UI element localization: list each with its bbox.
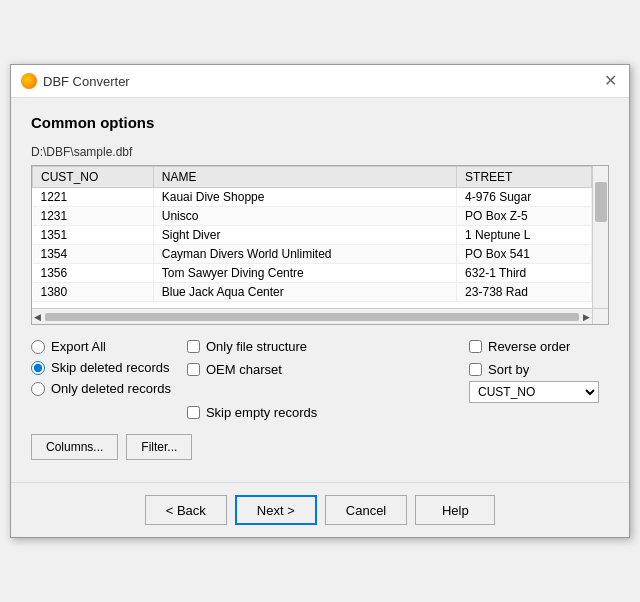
table-cell: 632-1 Third: [457, 264, 592, 283]
table-row: 1380Blue Jack Aqua Center23-738 Rad: [33, 283, 592, 302]
table-row: 1231UniscoPO Box Z-5: [33, 207, 592, 226]
skip-empty-checkbox[interactable]: [187, 406, 200, 419]
table-cell: 1231: [33, 207, 154, 226]
window-title: DBF Converter: [43, 74, 130, 89]
back-button[interactable]: < Back: [145, 495, 227, 525]
table-cell: 1356: [33, 264, 154, 283]
oem-charset-label: OEM charset: [206, 362, 282, 377]
middle-options-group: Only file structure OEM charset Skip emp…: [187, 339, 453, 420]
table-cell: 1351: [33, 226, 154, 245]
only-file-structure-label: Only file structure: [206, 339, 307, 354]
section-title: Common options: [31, 114, 609, 131]
export-all-radio[interactable]: [31, 340, 45, 354]
table-cell: Blue Jack Aqua Center: [153, 283, 456, 302]
export-all-option[interactable]: Export All: [31, 339, 171, 354]
table-row: 1351Sight Diver1 Neptune L: [33, 226, 592, 245]
sort-by-label: Sort by: [488, 362, 529, 377]
action-buttons: Columns... Filter...: [31, 434, 609, 460]
sort-select[interactable]: CUST_NO NAME STREET: [469, 381, 599, 403]
data-table-container: CUST_NO NAME STREET 1221Kauai Dive Shopp…: [31, 165, 609, 325]
right-options-group: Reverse order Sort by CUST_NO NAME STREE…: [469, 339, 609, 420]
data-table: CUST_NO NAME STREET 1221Kauai Dive Shopp…: [32, 166, 592, 302]
col-header-name: NAME: [153, 167, 456, 188]
table-row: 1356Tom Sawyer Diving Centre632-1 Third: [33, 264, 592, 283]
table-cell: Tom Sawyer Diving Centre: [153, 264, 456, 283]
h-scroll-left-arrow[interactable]: ◀: [34, 312, 41, 322]
table-cell: Cayman Divers World Unlimited: [153, 245, 456, 264]
col-header-street: STREET: [457, 167, 592, 188]
only-deleted-label: Only deleted records: [51, 381, 171, 396]
app-icon: [21, 73, 37, 89]
table-cell: Unisco: [153, 207, 456, 226]
file-path: D:\DBF\sample.dbf: [31, 145, 609, 159]
table-cell: 1 Neptune L: [457, 226, 592, 245]
horizontal-scrollbar[interactable]: ◀ ▶: [32, 308, 592, 324]
sort-by-option[interactable]: Sort by: [469, 362, 609, 377]
sort-by-group: Sort by CUST_NO NAME STREET: [469, 362, 609, 403]
table-cell: PO Box 541: [457, 245, 592, 264]
export-radio-group: Export All Skip deleted records Only del…: [31, 339, 171, 420]
content-area: Common options D:\DBF\sample.dbf CUST_NO…: [11, 98, 629, 472]
only-file-structure-checkbox[interactable]: [187, 340, 200, 353]
options-area: Export All Skip deleted records Only del…: [31, 339, 609, 420]
skip-empty-option[interactable]: Skip empty records: [187, 405, 453, 420]
vertical-scrollbar[interactable]: [592, 166, 608, 308]
table-cell: Sight Diver: [153, 226, 456, 245]
table-scroll-area[interactable]: CUST_NO NAME STREET 1221Kauai Dive Shopp…: [32, 166, 592, 308]
skip-deleted-label: Skip deleted records: [51, 360, 170, 375]
table-cell: 23-738 Rad: [457, 283, 592, 302]
h-scroll-right-arrow[interactable]: ▶: [583, 312, 590, 322]
cancel-button[interactable]: Cancel: [325, 495, 407, 525]
table-cell: 1354: [33, 245, 154, 264]
table-row: 1354Cayman Divers World UnlimitedPO Box …: [33, 245, 592, 264]
skip-deleted-radio[interactable]: [31, 361, 45, 375]
filter-button[interactable]: Filter...: [126, 434, 192, 460]
footer: < Back Next > Cancel Help: [11, 482, 629, 537]
table-cell: 4-976 Sugar: [457, 188, 592, 207]
only-deleted-option[interactable]: Only deleted records: [31, 381, 171, 396]
next-button[interactable]: Next >: [235, 495, 317, 525]
sort-by-checkbox[interactable]: [469, 363, 482, 376]
columns-button[interactable]: Columns...: [31, 434, 118, 460]
table-row: 1221Kauai Dive Shoppe4-976 Sugar: [33, 188, 592, 207]
table-cell: PO Box Z-5: [457, 207, 592, 226]
reverse-order-option[interactable]: Reverse order: [469, 339, 609, 354]
help-button[interactable]: Help: [415, 495, 495, 525]
skip-empty-label: Skip empty records: [206, 405, 317, 420]
skip-deleted-option[interactable]: Skip deleted records: [31, 360, 171, 375]
table-cell: 1380: [33, 283, 154, 302]
title-bar: DBF Converter ✕: [11, 65, 629, 98]
scroll-corner: [592, 308, 608, 324]
only-deleted-radio[interactable]: [31, 382, 45, 396]
reverse-order-label: Reverse order: [488, 339, 570, 354]
main-window: DBF Converter ✕ Common options D:\DBF\sa…: [10, 64, 630, 538]
v-scroll-thumb: [595, 182, 607, 222]
h-scroll-thumb: [45, 313, 579, 321]
reverse-order-checkbox[interactable]: [469, 340, 482, 353]
table-cell: Kauai Dive Shoppe: [153, 188, 456, 207]
oem-charset-option[interactable]: OEM charset: [187, 362, 453, 377]
close-button[interactable]: ✕: [602, 73, 619, 89]
oem-charset-checkbox[interactable]: [187, 363, 200, 376]
export-all-label: Export All: [51, 339, 106, 354]
only-file-structure-option[interactable]: Only file structure: [187, 339, 453, 354]
col-header-cust-no: CUST_NO: [33, 167, 154, 188]
table-cell: 1221: [33, 188, 154, 207]
